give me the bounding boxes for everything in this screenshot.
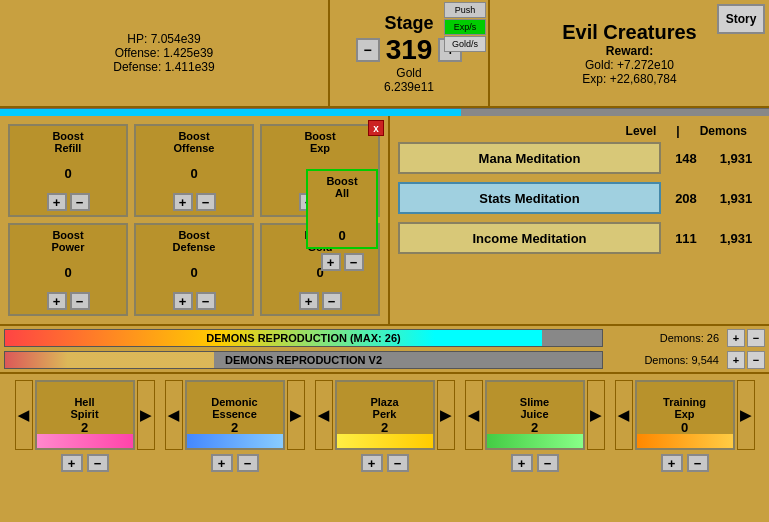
boost-gold-controls: + − (299, 292, 342, 310)
stats-text: HP: 7.054e39 Offense: 1.425e39 Defense: … (113, 32, 214, 74)
demonic-essence-controls: + − (211, 454, 259, 472)
boost-all-name: BoostAll (326, 175, 357, 199)
plaza-perk-plus[interactable]: + (361, 454, 383, 472)
boost-gold-plus[interactable]: + (299, 292, 319, 310)
items-row: ◀ HellSpirit 2 ▶ + − ◀ DemonicEssence 2 (8, 380, 761, 472)
plaza-perk-name: PlazaPerk (370, 396, 398, 420)
level-col-label: Level (626, 124, 657, 138)
training-exp-value: 0 (681, 420, 688, 435)
demonic-essence-minus[interactable]: − (237, 454, 259, 472)
boost-defense-name: BoostDefense (173, 229, 216, 253)
boost-refill-plus[interactable]: + (47, 193, 67, 211)
plaza-perk-minus[interactable]: − (387, 454, 409, 472)
push-buttons-group: Push Exp/s Gold/s (444, 2, 486, 52)
exps-button[interactable]: Exp/s (444, 19, 486, 35)
slime-juice-plus[interactable]: + (511, 454, 533, 472)
demonic-essence-plus[interactable]: + (211, 454, 233, 472)
boost-power-plus[interactable]: + (47, 292, 67, 310)
hell-spirit-card: HellSpirit 2 (35, 380, 135, 450)
boost-offense-name: BoostOffense (174, 130, 215, 154)
hp-stat: HP: 7.054e39 (113, 32, 214, 46)
delete-button[interactable]: x (368, 120, 384, 136)
boost-gold-minus[interactable]: − (322, 292, 342, 310)
slime-juice-value: 2 (531, 420, 538, 435)
golds-button[interactable]: Gold/s (444, 36, 486, 52)
boost-offense-controls: + − (173, 193, 216, 211)
training-exp-left-arrow[interactable]: ◀ (615, 380, 633, 450)
demon-bar-1-wrapper: DEMONS REPRODUCTION (MAX: 26) (4, 329, 603, 347)
boost-defense-plus[interactable]: + (173, 292, 193, 310)
gold-value: 6.239e11 (384, 80, 434, 94)
training-exp-card: TrainingExp 0 (635, 380, 735, 450)
mana-meditation-row: Mana Meditation 148 1,931 (398, 142, 761, 174)
demonic-essence-left-arrow[interactable]: ◀ (165, 380, 183, 450)
boost-refill-value: 0 (64, 166, 71, 181)
demon-bar-2-controls: + − (723, 351, 765, 369)
boost-all-controls: + − (321, 253, 364, 271)
demons-col-label: Demons (700, 124, 747, 138)
demon-bar-2-plus[interactable]: + (727, 351, 745, 369)
slime-juice-right-arrow[interactable]: ▶ (587, 380, 605, 450)
demon-bar-2-info: Demons: 9,544 (603, 354, 723, 366)
hell-spirit-right-arrow[interactable]: ▶ (137, 380, 155, 450)
stats-meditation-button[interactable]: Stats Meditation (398, 182, 661, 214)
exp-reward: Exp: +22,680,784 (582, 72, 676, 86)
stage-panel: Push Exp/s Gold/s Stage − 319 + Gold 6.2… (330, 0, 490, 106)
training-exp-right-arrow[interactable]: ▶ (737, 380, 755, 450)
boost-defense-minus[interactable]: − (196, 292, 216, 310)
demonic-essence-glow (187, 434, 283, 448)
boost-power-minus[interactable]: − (70, 292, 90, 310)
boost-power-name: BoostPower (51, 229, 84, 253)
training-exp-glow (637, 434, 733, 448)
income-demons: 1,931 (711, 231, 761, 246)
income-meditation-button[interactable]: Income Meditation (398, 222, 661, 254)
demon-bar-1-plus[interactable]: + (727, 329, 745, 347)
slime-juice-left-arrow[interactable]: ◀ (465, 380, 483, 450)
stage-decrease-button[interactable]: − (356, 38, 380, 62)
slime-juice-minus[interactable]: − (537, 454, 559, 472)
gold-reward: Gold: +7.272e10 (582, 58, 676, 72)
plaza-perk-right-arrow[interactable]: ▶ (437, 380, 455, 450)
hell-spirit-plus[interactable]: + (61, 454, 83, 472)
training-exp-plus[interactable]: + (661, 454, 683, 472)
hell-spirit-minus[interactable]: − (87, 454, 109, 472)
demons-bars-section: DEMONS REPRODUCTION (MAX: 26) Demons: 26… (0, 326, 769, 374)
push-button[interactable]: Push (444, 2, 486, 18)
training-exp-controls: + − (661, 454, 709, 472)
boost-exp-name: BoostExp (304, 130, 335, 154)
plaza-perk-glow (337, 434, 433, 448)
boost-all-plus[interactable]: + (321, 253, 341, 271)
demon-bar-1-minus[interactable]: − (747, 329, 765, 347)
stats-level: 208 (661, 191, 711, 206)
demon-bar-2-minus[interactable]: − (747, 351, 765, 369)
boost-all-minus[interactable]: − (344, 253, 364, 271)
story-button[interactable]: Story (717, 4, 765, 34)
stats-demons: 1,931 (711, 191, 761, 206)
plaza-perk-card: PlazaPerk 2 (335, 380, 435, 450)
boost-power-card: BoostPower 0 + − (8, 223, 128, 316)
hell-spirit-value: 2 (81, 420, 88, 435)
mana-level: 148 (661, 151, 711, 166)
boost-refill-minus[interactable]: − (70, 193, 90, 211)
plaza-perk-nav: ◀ PlazaPerk 2 ▶ (315, 380, 455, 450)
demonic-essence-right-arrow[interactable]: ▶ (287, 380, 305, 450)
boost-refill-name: BoostRefill (52, 130, 83, 154)
progress-bar-container (0, 108, 769, 116)
offense-stat: Offense: 1.425e39 (113, 46, 214, 60)
slime-juice-controls: + − (511, 454, 559, 472)
meditation-header: Level | Demons (398, 124, 761, 138)
boost-offense-value: 0 (190, 166, 197, 181)
plaza-perk-left-arrow[interactable]: ◀ (315, 380, 333, 450)
hell-spirit-left-arrow[interactable]: ◀ (15, 380, 33, 450)
middle-section: BoostRefill 0 + − BoostOffense 0 + − Boo… (0, 116, 769, 326)
separator-col: | (676, 124, 679, 138)
demon-bar-2-text: DEMONS REPRODUCTION V2 (5, 354, 602, 366)
boost-defense-value: 0 (190, 265, 197, 280)
boost-offense-minus[interactable]: − (196, 193, 216, 211)
training-exp-minus[interactable]: − (687, 454, 709, 472)
stats-panel: HP: 7.054e39 Offense: 1.425e39 Defense: … (0, 0, 330, 106)
slime-juice-nav: ◀ SlimeJuice 2 ▶ (465, 380, 605, 450)
demon-bar-1-info: Demons: 26 (603, 332, 723, 344)
boost-offense-plus[interactable]: + (173, 193, 193, 211)
mana-meditation-button[interactable]: Mana Meditation (398, 142, 661, 174)
